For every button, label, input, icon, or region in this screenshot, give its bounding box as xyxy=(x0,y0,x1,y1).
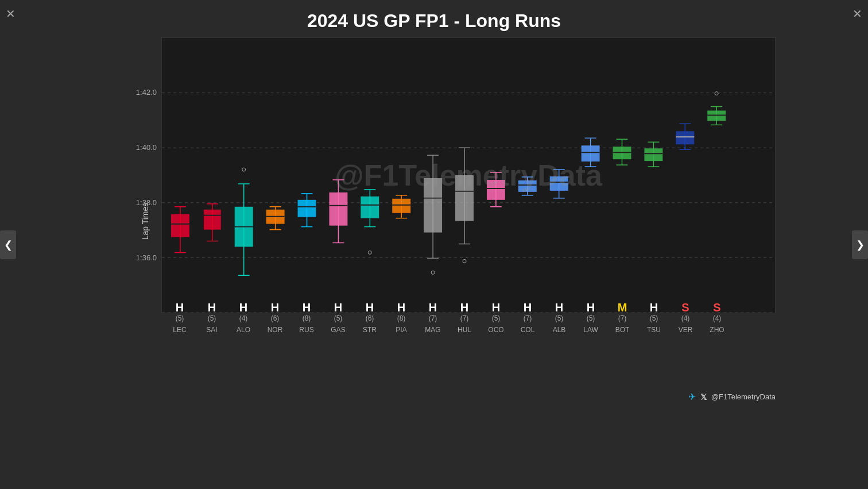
svg-text:LEC: LEC xyxy=(173,326,187,334)
svg-text:(4): (4) xyxy=(239,314,248,322)
svg-rect-55 xyxy=(424,178,442,233)
svg-rect-38 xyxy=(329,192,347,226)
svg-text:H: H xyxy=(650,301,658,314)
svg-text:LAW: LAW xyxy=(583,326,598,334)
svg-text:1:40.0: 1:40.0 xyxy=(136,143,157,152)
svg-text:(7): (7) xyxy=(524,314,532,322)
svg-text:H: H xyxy=(334,301,342,314)
svg-text:H: H xyxy=(303,301,311,314)
svg-text:SAI: SAI xyxy=(206,326,217,334)
svg-text:(5): (5) xyxy=(555,314,564,322)
svg-text:RUS: RUS xyxy=(299,326,313,334)
svg-text:COL: COL xyxy=(521,326,535,334)
svg-rect-91 xyxy=(644,148,662,161)
svg-text:H: H xyxy=(587,301,595,314)
svg-text:(8): (8) xyxy=(397,314,406,322)
svg-rect-96 xyxy=(676,131,694,144)
svg-text:M: M xyxy=(618,301,627,314)
svg-rect-71 xyxy=(518,180,537,192)
svg-point-54 xyxy=(431,271,435,274)
svg-rect-61 xyxy=(455,175,474,221)
svg-text:(5): (5) xyxy=(208,314,216,322)
svg-text:ALO: ALO xyxy=(237,326,250,334)
svg-text:NOR: NOR xyxy=(268,326,283,334)
svg-text:STR: STR xyxy=(363,326,377,334)
chart-plot-area: @F1TelemetryData 1:42.0 1:40.0 1:38.0 1:… xyxy=(161,37,776,313)
svg-text:H: H xyxy=(397,301,405,314)
svg-text:H: H xyxy=(429,301,437,314)
svg-text:MAG: MAG xyxy=(425,326,440,334)
svg-text:S: S xyxy=(713,301,720,314)
svg-text:(5): (5) xyxy=(334,314,343,322)
svg-text:H: H xyxy=(524,301,532,314)
chart-title: 2024 US GP FP1 - Long Runs xyxy=(307,10,561,32)
x-icon: 𝕏 xyxy=(700,392,707,402)
svg-text:1:38.0: 1:38.0 xyxy=(136,198,157,207)
svg-text:(7): (7) xyxy=(618,314,627,322)
svg-point-60 xyxy=(463,259,466,263)
attribution-text: @F1TelemetryData xyxy=(711,392,776,401)
svg-text:(5): (5) xyxy=(176,314,184,322)
svg-text:S: S xyxy=(681,301,689,314)
chart-area: Lap Times @F1TelemetryData 1:42.0 1:40.0… xyxy=(127,37,776,405)
svg-text:VER: VER xyxy=(679,326,693,334)
svg-text:BOT: BOT xyxy=(615,326,630,334)
svg-text:(4): (4) xyxy=(713,314,722,322)
svg-text:(5): (5) xyxy=(587,314,595,322)
telegram-icon: ✈ xyxy=(688,391,696,402)
svg-rect-33 xyxy=(298,200,316,217)
close-button-right[interactable]: ✕ xyxy=(852,7,862,21)
svg-text:PIA: PIA xyxy=(396,326,406,334)
svg-text:ZHO: ZHO xyxy=(710,326,724,334)
svg-point-43 xyxy=(368,251,371,254)
svg-text:(7): (7) xyxy=(460,314,469,322)
svg-rect-49 xyxy=(392,199,410,213)
svg-text:(7): (7) xyxy=(429,314,437,322)
svg-text:1:42.0: 1:42.0 xyxy=(136,88,157,97)
svg-text:GAS: GAS xyxy=(331,326,345,334)
svg-text:ALB: ALB xyxy=(553,326,566,334)
svg-text:H: H xyxy=(555,301,563,314)
svg-text:(8): (8) xyxy=(303,314,311,322)
svg-text:H: H xyxy=(366,301,374,314)
chart-container: 2024 US GP FP1 - Long Runs Lap Times @F1… xyxy=(17,0,851,489)
svg-text:HUL: HUL xyxy=(458,326,471,334)
svg-text:OCO: OCO xyxy=(488,326,503,334)
svg-text:H: H xyxy=(271,301,279,314)
chart-svg: 1:42.0 1:40.0 1:38.0 1:36.0 xyxy=(162,38,775,313)
svg-text:H: H xyxy=(239,301,247,314)
svg-text:TSU: TSU xyxy=(647,326,661,334)
svg-rect-44 xyxy=(361,197,379,218)
svg-text:(4): (4) xyxy=(681,314,690,322)
svg-rect-17 xyxy=(204,210,221,230)
svg-rect-81 xyxy=(582,145,600,161)
svg-text:H: H xyxy=(208,301,216,314)
svg-text:(5): (5) xyxy=(492,314,501,322)
svg-text:(6): (6) xyxy=(271,314,280,322)
svg-text:H: H xyxy=(460,301,468,314)
svg-text:H: H xyxy=(176,301,184,314)
svg-rect-76 xyxy=(550,176,568,191)
attribution: ✈ 𝕏 @F1TelemetryData xyxy=(688,391,776,402)
close-button-left[interactable]: ✕ xyxy=(6,7,16,21)
svg-point-22 xyxy=(242,168,246,171)
prev-arrow[interactable]: ❮ xyxy=(0,230,16,259)
svg-rect-66 xyxy=(487,180,505,200)
svg-rect-12 xyxy=(171,214,189,237)
svg-text:(5): (5) xyxy=(650,314,658,322)
y-axis-svg: 1:42.0 1:40.0 1:38.0 1:36.0 xyxy=(127,37,161,313)
svg-text:(6): (6) xyxy=(366,314,374,322)
svg-text:1:36.0: 1:36.0 xyxy=(136,253,157,262)
next-arrow[interactable]: ❯ xyxy=(852,230,868,259)
svg-text:H: H xyxy=(492,301,500,314)
svg-point-101 xyxy=(715,92,718,95)
x-axis-svg: H (5) LEC H (5) SAI H (4) ALO H (6) NOR … xyxy=(161,299,776,388)
